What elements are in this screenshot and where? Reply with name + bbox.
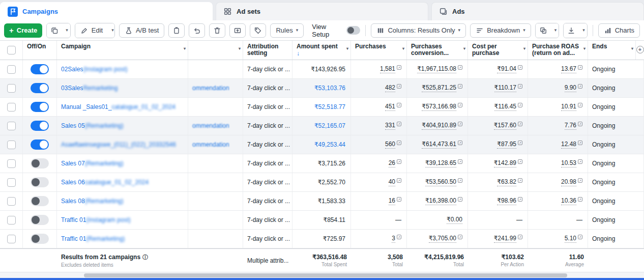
campaign-name-link[interactable]: Sales 08 [61,198,85,205]
campaign-toggle[interactable] [31,102,49,112]
table-row[interactable]: Traffic 01 (Remarketing) 7-day click or … [0,230,644,248]
delete-button[interactable] [209,23,225,38]
campaign-toggle[interactable] [31,83,49,93]
edit-button[interactable]: Edit [75,23,108,38]
header-purchase-roas[interactable]: Purchase ROAS (return on ad... ▾ [528,41,588,60]
campaign-name-blurred[interactable]: (Remarketing) [85,122,124,129]
campaign-name-blurred[interactable]: catalogue_01_02_2024 [85,179,149,186]
row-checkbox[interactable] [7,103,16,111]
campaign-name-blurred[interactable]: (Remarketing) [86,235,125,242]
tab-ad-sets-label: Ad sets [237,8,260,15]
header-ends[interactable]: Ends ▾ [588,41,636,60]
row-checkbox[interactable] [7,216,16,225]
duplicate-button[interactable] [47,23,62,38]
recommendation-link[interactable]: ommendation [192,122,229,129]
campaign-name-link[interactable]: Manual _Sales01_ [61,103,111,110]
attribution-window-icon: ↗ [458,122,462,126]
duplicate-caret-button[interactable]: ▾ [62,23,71,38]
tab-ad-sets[interactable]: Ad sets [216,2,428,20]
add-column-button[interactable]: + [636,46,644,53]
paste-button[interactable] [168,23,185,38]
table-row[interactable]: Sales 06 catalogue_01_02_2024 7-day clic… [0,173,644,192]
select-all-checkbox[interactable] [7,46,16,54]
columns-button[interactable]: Columns: Results Only ▾ [371,23,466,38]
campaign-name-link[interactable]: 03Sales [61,85,83,92]
header-purchases[interactable]: Purchases ▾ [351,41,407,60]
create-button[interactable]: + Create [4,23,42,38]
row-checkbox[interactable] [7,159,16,168]
table-row[interactable]: Sales 08 (Remarketing) 7-day click or ..… [0,192,644,211]
table-row[interactable]: Sales 07 (Remarketing) 7-day click or ..… [0,154,644,173]
header-cost-per-purchase[interactable]: Cost per purchase ▾ [468,41,528,60]
reports-button[interactable] [536,23,551,38]
row-checkbox[interactable] [7,235,16,243]
rules-button[interactable]: Rules ▾ [270,23,304,38]
header-campaign[interactable]: Campaign ▾ [57,41,188,60]
row-checkbox[interactable] [7,178,16,187]
campaign-name-blurred[interactable]: (Remarketing) [85,160,124,167]
campaign-name-blurred[interactable]: (Remarketing) [85,198,124,205]
campaign-toggle[interactable] [31,139,49,150]
download-caret-button[interactable]: ▾ [579,23,588,38]
export-button[interactable] [229,23,246,38]
campaign-name-blurred[interactable]: catalogue_01_02_2024 [111,103,175,110]
campaign-toggle[interactable] [31,196,49,206]
download-button[interactable] [564,23,579,38]
campaign-name-blurred[interactable]: Asaeftaeinsegswe_(011)_(022)_20332546 [61,141,176,148]
table-row[interactable]: Traffic 01 (Instagram post) 7-day click … [0,211,644,230]
row-checkbox[interactable] [7,141,16,149]
undo-button[interactable] [189,23,205,38]
header-amount-spent[interactable]: Amount spent ▾ ↓ [292,41,351,60]
tab-campaigns[interactable]: Campaigns [0,2,213,20]
attribution-window-icon: ↗ [458,65,462,70]
table-row[interactable]: Asaeftaeinsegswe_(011)_(022)_20332546 om… [0,135,644,154]
table-row[interactable]: 03Sales Remarketing ommendation 7-day cl… [0,79,644,98]
campaign-toggle[interactable] [31,121,49,131]
campaign-name-link[interactable]: 02Sales [61,66,83,73]
campaign-toggle[interactable] [31,64,49,74]
purchases-conversion-value: ₹404,910.89 [422,122,456,130]
campaign-name-blurred[interactable]: Remarketing [83,85,118,92]
chevron-down-icon: ▾ [523,28,525,33]
charts-button[interactable]: Charts [598,23,640,38]
table-row[interactable]: Manual _Sales01_catalogue_01_02_2024 7-d… [0,98,644,117]
info-icon[interactable]: ⓘ [142,254,148,261]
campaign-name-blurred[interactable]: (Instagram post) [86,216,130,223]
table-row[interactable]: Sales 05 (Remarketing) ommendation 7-day… [0,117,644,135]
campaign-name-link[interactable]: Sales 06 [61,179,85,186]
ends-value: Ongoing [592,141,615,148]
row-checkbox[interactable] [7,122,16,130]
recommendation-link[interactable]: ommendation [192,85,229,92]
view-setup-toggle[interactable] [346,26,360,35]
campaign-name-link[interactable]: Traffic 01 [61,216,86,223]
tag-button[interactable] [250,23,266,38]
campaign-name-link[interactable]: Sales 05 [61,122,85,129]
total-purchases-value: 3,508 [388,254,403,261]
campaign-name-link[interactable]: Sales 07 [61,160,85,167]
scrollbar-thumb[interactable] [84,273,567,277]
tab-ads[interactable]: Ads [431,2,644,20]
row-checkbox[interactable] [7,65,16,74]
campaign-toggle[interactable] [31,158,49,169]
attribution-setting-value: 7-day click or ... [247,198,290,205]
header-recommendation[interactable]: ▾ [188,41,243,60]
attribution-window-icon: ↗ [458,178,462,183]
attribution-window-icon: ↗ [458,235,462,239]
ab-test-button[interactable]: A/B test [119,23,165,38]
table-row[interactable]: 02Sales (Instagram post) 7-day click or … [0,60,644,79]
recommendation-link[interactable]: ommendation [192,141,229,148]
row-checkbox[interactable] [7,84,16,93]
header-attribution-setting[interactable]: Attribution setting [243,41,292,60]
campaign-name-blurred[interactable]: (Instagram post) [83,66,127,73]
campaign-toggle[interactable] [31,215,49,225]
header-purchases-conversion[interactable]: Purchases conversion... ▾ [407,41,468,60]
amount-spent-value: ₹2,552.70 [318,179,345,186]
breakdown-button[interactable]: Breakdown ▾ [470,23,531,38]
campaign-toggle[interactable] [31,234,49,244]
reports-caret-button[interactable]: ▾ [551,23,560,38]
campaign-name-link[interactable]: Traffic 01 [61,235,86,242]
campaign-toggle[interactable] [31,177,49,187]
edit-caret-button[interactable]: ▾ [108,23,115,38]
row-checkbox[interactable] [7,197,16,206]
horizontal-scrollbar[interactable] [0,272,644,278]
